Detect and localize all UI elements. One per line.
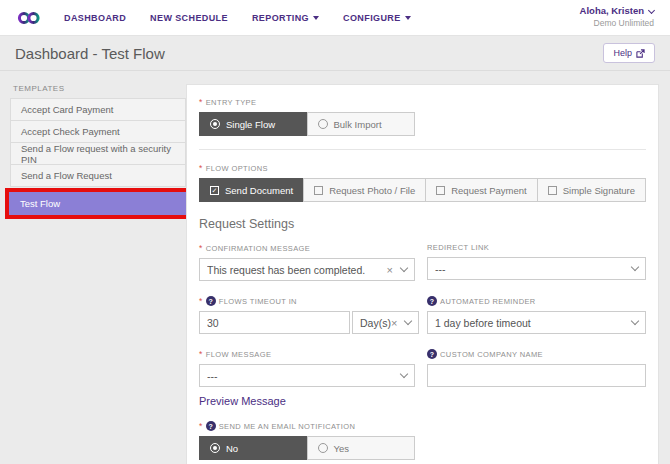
email-notification-toggle: No Yes xyxy=(199,436,415,460)
flow-form-panel: * ENTRY TYPE Single Flow Bulk Import * F… xyxy=(186,84,659,464)
confirmation-message-select[interactable]: This request has been completed. × xyxy=(199,258,415,281)
template-label: Send a Flow Request xyxy=(21,170,112,181)
nav-item-dashboard[interactable]: DASHBOARD xyxy=(64,13,126,23)
nav-item-label: NEW SCHEDULE xyxy=(150,13,228,23)
radio-unselected-icon xyxy=(318,443,328,453)
chevron-down-icon xyxy=(404,317,412,325)
flow-options-toggle: ✓ Send Document Request Photo / File Req… xyxy=(199,178,646,202)
top-nav: DASHBOARD NEW SCHEDULE REPORTING CONFIGU… xyxy=(0,0,670,36)
form-row: * FLOW MESSAGE --- ? CUSTOM COMPANY NAME xyxy=(199,349,646,387)
sidebar-item-send-flow-request[interactable]: Send a Flow Request xyxy=(10,164,186,187)
sidebar-item-accept-check-payment[interactable]: Accept Check Payment xyxy=(10,120,186,143)
radio-selected-icon xyxy=(210,119,220,129)
checkbox-unchecked-icon xyxy=(314,186,323,195)
section-divider xyxy=(199,149,646,150)
form-row: * ? FLOWS TIMEOUT IN Day(s) × ? AUTOMATE xyxy=(199,296,646,334)
nav-items: DASHBOARD NEW SCHEDULE REPORTING CONFIGU… xyxy=(64,13,411,23)
user-menu[interactable]: Aloha, Kristen xyxy=(580,5,654,18)
chevron-down-icon xyxy=(400,264,408,272)
chevron-down-icon xyxy=(400,370,408,378)
required-marker: * xyxy=(199,296,203,306)
custom-company-name-field: ? CUSTOM COMPANY NAME xyxy=(427,349,646,387)
sidebar-item-test-flow[interactable]: Test Flow xyxy=(9,192,187,215)
external-link-icon xyxy=(636,49,645,58)
chevron-down-icon xyxy=(631,263,639,271)
page-header: Dashboard - Test Flow Help xyxy=(0,36,670,71)
confirmation-message-field: * CONFIRMATION MESSAGE This request has … xyxy=(199,243,415,281)
redirect-link-field: REDIRECT LINK --- xyxy=(427,243,646,281)
help-button-label: Help xyxy=(613,48,632,58)
sidebar-item-accept-card-payment[interactable]: Accept Card Payment xyxy=(10,98,186,121)
checkbox-checked-icon: ✓ xyxy=(210,186,219,195)
sidebar-item-flow-request-security-pin[interactable]: Send a Flow request with a security PIN xyxy=(10,142,186,165)
required-marker: * xyxy=(199,243,203,253)
help-button[interactable]: Help xyxy=(603,43,655,63)
request-settings-heading: Request Settings xyxy=(199,217,646,231)
template-label: Accept Check Payment xyxy=(21,126,120,137)
entry-type-toggle: Single Flow Bulk Import xyxy=(199,112,415,136)
email-notification-no[interactable]: No xyxy=(199,436,308,460)
automated-reminder-field: ? AUTOMATED REMINDER 1 day before timeou… xyxy=(427,296,646,334)
content-area: TEMPLATES Accept Card Payment Accept Che… xyxy=(0,71,670,464)
flow-message-field: * FLOW MESSAGE --- xyxy=(199,349,415,387)
user-block: Aloha, Kristen Demo Unlimited xyxy=(580,5,654,29)
flows-timeout-input[interactable] xyxy=(199,311,350,334)
required-marker: * xyxy=(199,421,203,431)
flow-option-request-payment[interactable]: Request Payment xyxy=(425,178,538,202)
info-icon[interactable]: ? xyxy=(206,421,216,431)
form-row: * CONFIRMATION MESSAGE This request has … xyxy=(199,243,646,281)
nav-item-new-schedule[interactable]: NEW SCHEDULE xyxy=(150,13,228,23)
preview-message-link[interactable]: Preview Message xyxy=(199,395,286,407)
flow-message-select[interactable]: --- xyxy=(199,364,415,387)
chevron-down-icon xyxy=(405,16,411,20)
radio-selected-icon xyxy=(210,443,220,453)
custom-company-name-input[interactable] xyxy=(427,364,646,387)
chevron-down-icon xyxy=(648,7,655,14)
template-label: Test Flow xyxy=(20,198,60,209)
flows-timeout-field: * ? FLOWS TIMEOUT IN Day(s) × xyxy=(199,296,415,334)
nav-item-label: CONFIGURE xyxy=(343,13,401,23)
red-highlight-annotation: Test Flow xyxy=(5,188,191,219)
page-title: Dashboard - Test Flow xyxy=(15,45,165,62)
info-icon[interactable]: ? xyxy=(427,349,437,359)
nav-item-label: REPORTING xyxy=(252,13,309,23)
template-label: Accept Card Payment xyxy=(21,104,113,115)
checkbox-unchecked-icon xyxy=(436,186,445,195)
flow-option-send-document[interactable]: ✓ Send Document xyxy=(199,178,304,202)
nav-item-reporting[interactable]: REPORTING xyxy=(252,13,319,23)
user-greeting-label: Aloha, Kristen xyxy=(580,5,644,18)
templates-sidebar: TEMPLATES Accept Card Payment Accept Che… xyxy=(10,84,186,219)
info-icon[interactable]: ? xyxy=(206,296,216,306)
entry-type-label: * ENTRY TYPE xyxy=(199,97,646,107)
checkbox-unchecked-icon xyxy=(548,186,557,195)
nav-item-label: DASHBOARD xyxy=(64,13,126,23)
nav-item-configure[interactable]: CONFIGURE xyxy=(343,13,411,23)
required-marker: * xyxy=(199,97,203,107)
required-marker: * xyxy=(199,349,203,359)
radio-unselected-icon xyxy=(318,119,328,129)
email-notification-yes[interactable]: Yes xyxy=(307,436,416,460)
templates-heading: TEMPLATES xyxy=(13,84,186,93)
flow-option-request-photo-file[interactable]: Request Photo / File xyxy=(303,178,426,202)
entry-type-bulk-import[interactable]: Bulk Import xyxy=(307,112,416,136)
entry-type-single-flow[interactable]: Single Flow xyxy=(199,112,308,136)
clear-icon[interactable]: × xyxy=(391,317,397,329)
automated-reminder-select[interactable]: 1 day before timeout xyxy=(427,311,646,334)
chevron-down-icon xyxy=(631,317,639,325)
clear-icon[interactable]: × xyxy=(387,264,393,276)
timeout-unit-select[interactable]: Day(s) × xyxy=(352,311,419,334)
email-notification-label: * ? SEND ME AN EMAIL NOTIFICATION xyxy=(199,421,646,431)
account-name: Demo Unlimited xyxy=(580,18,654,29)
required-marker: * xyxy=(199,163,203,173)
info-icon[interactable]: ? xyxy=(427,296,437,306)
redirect-link-select[interactable]: --- xyxy=(427,257,646,280)
template-label: Send a Flow request with a security PIN xyxy=(21,143,185,165)
flow-options-label: * FLOW OPTIONS xyxy=(199,163,646,173)
infinity-logo-icon[interactable] xyxy=(16,9,42,27)
flow-option-simple-signature[interactable]: Simple Signature xyxy=(537,178,646,202)
chevron-down-icon xyxy=(313,16,319,20)
